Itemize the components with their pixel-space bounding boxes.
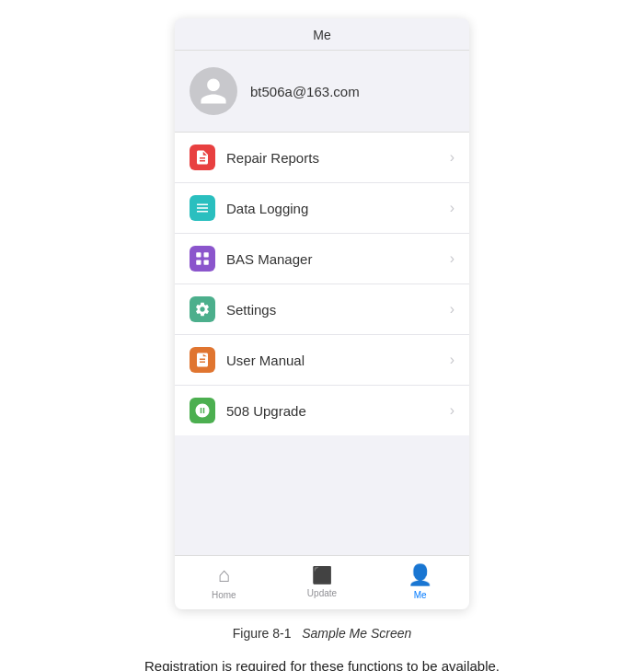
svg-rect-1 bbox=[204, 252, 209, 257]
home-icon: ⌂ bbox=[218, 563, 230, 587]
user-manual-chevron: › bbox=[450, 352, 454, 368]
tab-home-label: Home bbox=[212, 590, 236, 600]
figure-number: Figure 8-1 bbox=[233, 626, 292, 641]
menu-list: Repair Reports › Data Logging › BAS Mana… bbox=[175, 133, 469, 435]
user-manual-label: User Manual bbox=[226, 353, 450, 368]
tab-home[interactable]: ⌂ Home bbox=[191, 563, 256, 600]
description-content: Registration is required for these funct… bbox=[144, 658, 500, 671]
data-logging-chevron: › bbox=[450, 200, 454, 216]
me-icon: 👤 bbox=[408, 563, 432, 587]
menu-item-user-manual[interactable]: User Manual › bbox=[175, 335, 469, 386]
header-bar: Me bbox=[175, 18, 469, 51]
bas-manager-chevron: › bbox=[450, 250, 454, 267]
settings-icon bbox=[190, 296, 215, 322]
tab-me-label: Me bbox=[414, 590, 427, 600]
profile-email: bt506a@163.com bbox=[250, 84, 360, 99]
figure-title: Sample Me Screen bbox=[302, 626, 411, 641]
repair-reports-chevron: › bbox=[450, 149, 454, 166]
svg-rect-2 bbox=[196, 260, 201, 265]
settings-label: Settings bbox=[226, 302, 450, 318]
menu-item-repair-reports[interactable]: Repair Reports › bbox=[175, 133, 469, 183]
settings-chevron: › bbox=[450, 301, 454, 318]
svg-rect-0 bbox=[196, 252, 201, 257]
menu-item-bas-manager[interactable]: BAS Manager › bbox=[175, 234, 469, 284]
repair-reports-label: Repair Reports bbox=[226, 150, 450, 166]
tab-me[interactable]: 👤 Me bbox=[388, 563, 453, 600]
empty-area bbox=[175, 435, 469, 555]
data-logging-icon bbox=[190, 195, 215, 221]
header-title: Me bbox=[313, 28, 330, 42]
bas-manager-label: BAS Manager bbox=[226, 251, 450, 267]
menu-item-data-logging[interactable]: Data Logging › bbox=[175, 183, 469, 234]
508-upgrade-chevron: › bbox=[450, 402, 454, 419]
description-text: Registration is required for these funct… bbox=[126, 655, 518, 671]
tab-update[interactable]: ⬛ Update bbox=[290, 565, 354, 598]
data-logging-label: Data Logging bbox=[226, 201, 450, 216]
update-icon: ⬛ bbox=[312, 565, 332, 585]
tab-bar: ⌂ Home ⬛ Update 👤 Me bbox=[175, 555, 469, 609]
508-upgrade-label: 508 Upgrade bbox=[226, 403, 450, 419]
svg-rect-3 bbox=[204, 260, 209, 265]
user-manual-icon bbox=[190, 347, 215, 373]
repair-reports-icon bbox=[190, 145, 215, 170]
figure-caption: Figure 8-1 Sample Me Screen bbox=[233, 626, 412, 641]
avatar-icon bbox=[198, 75, 229, 107]
profile-section: bt506a@163.com bbox=[175, 51, 469, 133]
menu-item-508-upgrade[interactable]: 508 Upgrade › bbox=[175, 386, 469, 435]
508-upgrade-icon bbox=[190, 398, 215, 423]
phone-frame: Me bt506a@163.com Repair Reports › Data … bbox=[175, 18, 469, 609]
avatar bbox=[190, 67, 237, 115]
tab-update-label: Update bbox=[307, 588, 337, 598]
bas-manager-icon bbox=[190, 246, 215, 272]
menu-item-settings[interactable]: Settings › bbox=[175, 284, 469, 335]
